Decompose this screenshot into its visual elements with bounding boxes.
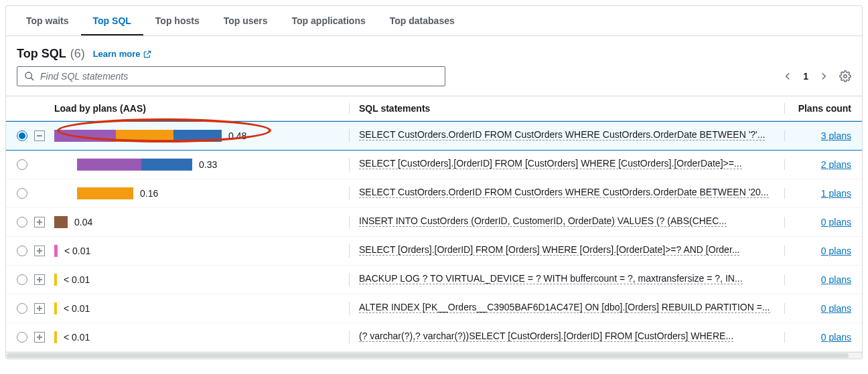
sql-statement-link[interactable]: INSERT INTO CustOrders (OrderID, Custome… bbox=[359, 215, 727, 227]
table-row[interactable]: < 0.01SELECT [Orders].[OrderID] FROM [Or… bbox=[6, 237, 862, 266]
pager-page: 1 bbox=[803, 71, 808, 82]
row-radio[interactable] bbox=[17, 332, 27, 343]
plans-count-link[interactable]: 0 plans bbox=[821, 303, 851, 314]
table-row[interactable]: < 0.01ALTER INDEX [PK__Orders__C3905BAF6… bbox=[6, 294, 862, 323]
pager-next[interactable] bbox=[818, 70, 830, 82]
row-radio[interactable] bbox=[17, 130, 27, 141]
section-header: Top SQL (6) Learn more bbox=[6, 36, 862, 66]
row-radio[interactable] bbox=[17, 303, 27, 314]
sql-statement-link[interactable]: SELECT CustOrders.OrderID FROM CustOrder… bbox=[359, 187, 769, 198]
load-bar bbox=[54, 331, 57, 343]
table-row[interactable]: < 0.01BACKUP LOG ? TO VIRTUAL_DEVICE = ?… bbox=[6, 266, 862, 294]
row-radio[interactable] bbox=[17, 188, 27, 199]
expand-icon[interactable] bbox=[34, 332, 45, 343]
table-row[interactable]: 0.16SELECT CustOrders.OrderID FROM CustO… bbox=[6, 179, 862, 208]
section-title: Top SQL bbox=[17, 47, 66, 61]
tab-top-hosts[interactable]: Top hosts bbox=[143, 6, 212, 35]
pager: 1 bbox=[782, 70, 851, 82]
search-input[interactable] bbox=[40, 71, 438, 82]
column-load[interactable]: Load by plans (AAS) bbox=[54, 103, 349, 114]
top-sql-panel: Top waits Top SQL Top hosts Top users To… bbox=[5, 5, 863, 359]
plans-count-link[interactable]: 1 plans bbox=[821, 188, 851, 199]
tabs-bar: Top waits Top SQL Top hosts Top users To… bbox=[6, 6, 862, 36]
load-bar bbox=[54, 274, 57, 286]
plans-count-link[interactable]: 3 plans bbox=[821, 130, 851, 141]
row-radio[interactable] bbox=[17, 217, 27, 227]
sql-statement-link[interactable]: ALTER INDEX [PK__Orders__C3905BAF6D1AC47… bbox=[359, 302, 770, 313]
load-value: 0.16 bbox=[140, 188, 158, 199]
table-header: Load by plans (AAS) SQL statements Plans… bbox=[6, 96, 862, 121]
sql-statement-link[interactable]: (? varchar(?),? varchar(?))SELECT [CustO… bbox=[359, 331, 733, 342]
table-row[interactable]: 0.33SELECT [CustOrders].[OrderID] FROM [… bbox=[6, 151, 862, 179]
plans-count-link[interactable]: 0 plans bbox=[821, 217, 851, 227]
load-bar bbox=[54, 302, 57, 314]
search-icon bbox=[24, 71, 35, 82]
svg-point-1 bbox=[844, 75, 847, 78]
expand-icon[interactable] bbox=[34, 274, 45, 285]
section-count: (6) bbox=[70, 47, 85, 61]
expand-icon[interactable] bbox=[34, 246, 45, 256]
load-value: 0.33 bbox=[199, 159, 217, 170]
collapse-icon[interactable] bbox=[34, 130, 45, 141]
load-value: 0.48 bbox=[228, 130, 246, 141]
column-plans[interactable]: Plans count bbox=[784, 103, 851, 114]
plans-count-link[interactable]: 0 plans bbox=[821, 274, 851, 285]
horizontal-scrollbar[interactable] bbox=[6, 352, 862, 359]
row-radio[interactable] bbox=[17, 159, 27, 170]
expand-icon[interactable] bbox=[34, 303, 45, 314]
load-bar bbox=[54, 216, 68, 228]
load-bar bbox=[54, 245, 58, 257]
search-row: 1 bbox=[6, 66, 862, 96]
tab-top-applications[interactable]: Top applications bbox=[280, 6, 378, 35]
sql-statement-link[interactable]: SELECT CustOrders.OrderID FROM CustOrder… bbox=[359, 129, 765, 141]
load-bar bbox=[77, 159, 192, 171]
row-radio[interactable] bbox=[17, 274, 27, 285]
learn-more-label: Learn more bbox=[93, 49, 141, 59]
tab-top-users[interactable]: Top users bbox=[212, 6, 280, 35]
sql-statement-link[interactable]: SELECT [CustOrders].[OrderID] FROM [Cust… bbox=[359, 158, 742, 169]
row-radio[interactable] bbox=[17, 246, 27, 256]
table-body: 0.48SELECT CustOrders.OrderID FROM CustO… bbox=[6, 121, 862, 352]
load-value: < 0.01 bbox=[64, 303, 90, 314]
external-link-icon bbox=[143, 50, 152, 59]
load-value: < 0.01 bbox=[64, 332, 90, 343]
load-bar bbox=[77, 187, 133, 199]
pager-prev[interactable] bbox=[782, 70, 794, 82]
table-row[interactable]: < 0.01(? varchar(?),? varchar(?))SELECT … bbox=[6, 323, 862, 352]
load-value: < 0.01 bbox=[64, 246, 90, 256]
scrollbar-thumb[interactable] bbox=[7, 353, 849, 358]
table-row[interactable]: 0.04INSERT INTO CustOrders (OrderID, Cus… bbox=[6, 208, 862, 237]
plans-count-link[interactable]: 2 plans bbox=[821, 159, 851, 170]
svg-point-0 bbox=[25, 72, 31, 78]
learn-more-link[interactable]: Learn more bbox=[93, 49, 153, 59]
tab-top-waits[interactable]: Top waits bbox=[14, 6, 81, 35]
column-sql[interactable]: SQL statements bbox=[349, 103, 784, 114]
sql-statement-link[interactable]: BACKUP LOG ? TO VIRTUAL_DEVICE = ? WITH … bbox=[359, 273, 743, 284]
plans-count-link[interactable]: 0 plans bbox=[821, 246, 851, 256]
tab-top-sql[interactable]: Top SQL bbox=[81, 6, 143, 35]
tab-top-databases[interactable]: Top databases bbox=[378, 6, 467, 35]
search-box[interactable] bbox=[17, 66, 445, 86]
table-row[interactable]: 0.48SELECT CustOrders.OrderID FROM CustO… bbox=[6, 121, 862, 151]
sql-statement-link[interactable]: SELECT [Orders].[OrderID] FROM [Orders] … bbox=[359, 244, 739, 256]
expand-icon[interactable] bbox=[34, 217, 45, 227]
settings-button[interactable] bbox=[839, 70, 851, 82]
plans-count-link[interactable]: 0 plans bbox=[821, 332, 851, 343]
load-value: < 0.01 bbox=[64, 274, 90, 285]
load-bar bbox=[54, 130, 222, 142]
load-value: 0.04 bbox=[74, 217, 92, 227]
